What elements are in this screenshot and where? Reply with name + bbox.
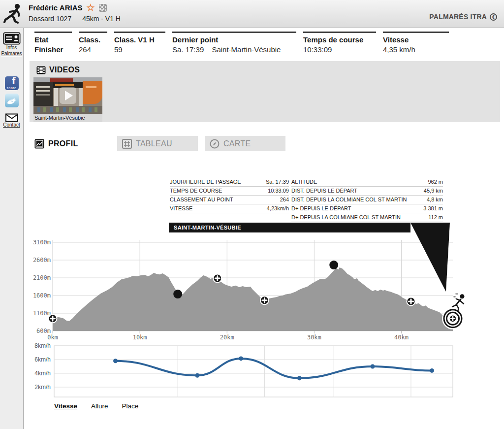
- elevation-ytick-label: 1600m: [33, 292, 51, 299]
- speed-point-marker[interactable]: [430, 368, 434, 373]
- speed-point-marker[interactable]: [239, 356, 243, 361]
- facebook-share-label: share: [5, 86, 19, 90]
- speed-point-marker[interactable]: [195, 373, 200, 378]
- speed-point-marker[interactable]: [371, 364, 375, 369]
- speed-ytick-label: 2km/h: [34, 384, 51, 391]
- metric-link-place[interactable]: Place: [122, 402, 139, 410]
- checkpoint-cross-marker[interactable]: [49, 314, 57, 323]
- stat-dernier-point: Dernier point Sa. 17:39 Saint-Martin-Vés…: [172, 32, 296, 54]
- stat-classement-value: 264: [79, 45, 107, 54]
- point-info-table-right: ALTITUDE962 m DIST. DEPUIS LE DÉPART45,9…: [291, 178, 443, 222]
- distance-xtick-label: 0km: [47, 334, 58, 341]
- table-row: JOUR/HEURE DE PASSAGESa. 17:39: [170, 178, 289, 187]
- table-row: DIST. DEPUIS LE DÉPART45,9 km: [291, 187, 443, 196]
- table-row: TEMPS DE COURSE10:33:09: [170, 187, 289, 196]
- speed-ytick-label: 8km/h: [34, 342, 51, 349]
- table-row: D+ DEPUIS LE DÉPART3 381 m: [291, 204, 443, 213]
- stat-etat: Etat Finisher: [34, 32, 72, 54]
- tab-tableau-label: TABLEAU: [136, 139, 172, 148]
- sidebar-item-palmares[interactable]: Palmares: [1, 51, 22, 57]
- elevation-ytick-label: 1100m: [33, 310, 51, 317]
- table-grid-icon: [122, 139, 132, 149]
- tab-carte[interactable]: CARTE: [205, 136, 285, 151]
- videos-section: VIDEOS Saint-Martin-Vésubie: [30, 61, 500, 122]
- speed-point-marker[interactable]: [297, 376, 302, 380]
- metric-link-vitesse[interactable]: Vitesse: [54, 402, 77, 410]
- elevation-ytick-label: 2600m: [33, 257, 51, 264]
- palmares-itra-button[interactable]: PALMARÈS ITRA ❮: [429, 13, 497, 21]
- elevation-chart[interactable]: 3100m2600m2100m1600m1100m600m0km10km20km…: [0, 219, 504, 342]
- checkpoint-cross-marker[interactable]: [213, 274, 221, 283]
- tab-profil[interactable]: PROFIL: [30, 136, 110, 151]
- profile-chart-icon: [34, 139, 44, 149]
- elevation-ytick-label: 600m: [36, 328, 51, 334]
- compass-icon: [210, 139, 220, 149]
- stat-dernier-point-place: Saint-Martin-Vésubie: [212, 45, 281, 54]
- speed-line: [116, 359, 432, 378]
- favorite-star-icon[interactable]: ☆: [86, 3, 94, 12]
- runner-position-icon: [452, 294, 465, 310]
- race-category: 45km - V1 H: [82, 15, 121, 23]
- point-info-table-left: JOUR/HEURE DE PASSAGESa. 17:39 TEMPS DE …: [170, 178, 289, 213]
- runner-stats-bar: Etat Finisher Class. 264 Class. V1 H 59 …: [34, 32, 449, 54]
- speed-chart[interactable]: 8km/h6km/h4km/h2km/h: [0, 342, 504, 400]
- sidebar-item-contact[interactable]: Contact: [3, 122, 20, 128]
- stat-temps: Temps de course 10:33:09: [303, 32, 376, 54]
- tab-carte-label: CARTE: [223, 139, 251, 148]
- checkpoint-cross-marker[interactable]: [260, 296, 269, 304]
- view-tabs: PROFIL TABLEAU CARTE: [30, 136, 285, 151]
- tooltip-pointer: [410, 223, 450, 292]
- twitter-bird-icon: [6, 97, 17, 105]
- race-checkered-icon[interactable]: [99, 4, 107, 12]
- metric-links: Vitesse Allure Place: [54, 402, 138, 410]
- twitter-share-button[interactable]: [5, 94, 19, 107]
- stat-classement-cat-value: 59: [114, 45, 165, 54]
- tab-tableau[interactable]: TABLEAU: [117, 136, 198, 151]
- infos-card-icon[interactable]: [3, 32, 21, 45]
- stat-classement: Class. 264: [79, 32, 107, 54]
- palmares-itra-label: PALMARÈS ITRA: [429, 13, 487, 21]
- elevation-ytick-label: 3100m: [33, 239, 51, 246]
- videos-title: VIDEOS: [49, 66, 80, 74]
- table-row: CLASSEMENT AU POINT264: [170, 196, 289, 204]
- elevation-area: [53, 267, 453, 331]
- runner-logo-icon[interactable]: [3, 2, 24, 26]
- film-icon: [36, 66, 46, 74]
- stat-dernier-point-time: Sa. 17:39: [172, 45, 204, 54]
- table-row: ALTITUDE962 m: [291, 178, 443, 187]
- video-thumbnail-image: [33, 77, 102, 114]
- back-circle-icon: ❮: [490, 13, 497, 21]
- runner-name: Frédéric ARIAS: [29, 3, 82, 12]
- stat-classement-cat: Class. V1 H 59: [114, 32, 165, 54]
- stat-etat-value: Finisher: [34, 45, 72, 54]
- finish-bullseye-marker[interactable]: [442, 308, 464, 330]
- page: Frédéric ARIAS ☆ Dossard 1027 45km - V1 …: [0, 0, 504, 429]
- header-bar: Frédéric ARIAS ☆ Dossard 1027 45km - V1 …: [0, 0, 504, 28]
- facebook-f-icon: f: [12, 74, 15, 87]
- table-row: DIST. DEPUIS LA COLMIANE COL ST MARTIN4,…: [291, 196, 443, 204]
- tab-profil-label: PROFIL: [48, 139, 78, 148]
- facebook-share-button[interactable]: f share: [5, 76, 19, 90]
- speed-point-marker[interactable]: [113, 359, 118, 363]
- distance-xtick-label: 40km: [394, 334, 409, 341]
- stat-vitesse-value: 4,35 km/h: [383, 45, 449, 54]
- stat-temps-value: 10:33:09: [303, 45, 376, 54]
- elevation-ytick-label: 2100m: [33, 274, 51, 281]
- checkpoint-dot-marker[interactable]: [173, 290, 182, 298]
- distance-xtick-label: 30km: [307, 334, 321, 341]
- distance-xtick-label: 20km: [220, 334, 234, 341]
- distance-xtick-label: 10km: [133, 334, 147, 341]
- video-thumbnail[interactable]: Saint-Martin-Vésubie: [33, 77, 102, 122]
- video-caption: Saint-Martin-Vésubie: [33, 114, 102, 122]
- sidebar-item-infos[interactable]: Infos: [6, 45, 17, 51]
- checkpoint-dot-marker[interactable]: [329, 261, 338, 269]
- metric-link-allure[interactable]: Allure: [91, 402, 108, 410]
- speed-ytick-label: 6km/h: [34, 356, 51, 363]
- bib-number: Dossard 1027: [29, 15, 71, 23]
- play-icon: [60, 87, 76, 104]
- checkpoint-cross-marker[interactable]: [407, 297, 415, 305]
- stat-vitesse: Vitesse 4,35 km/h: [383, 32, 449, 54]
- table-row: VITESSE4,23km/h: [170, 204, 289, 213]
- envelope-icon[interactable]: [5, 113, 18, 122]
- speed-ytick-label: 4km/h: [34, 370, 51, 377]
